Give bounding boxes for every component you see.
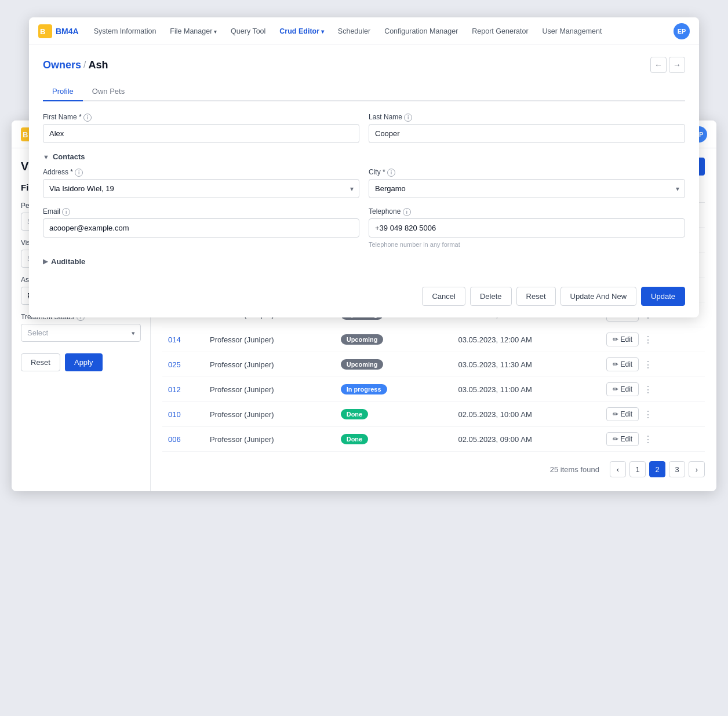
contacts-section-header[interactable]: ▼ Contacts <box>43 152 685 161</box>
email-label: Email i <box>43 207 359 216</box>
pagination-next-button[interactable]: › <box>689 461 705 477</box>
contacts-chevron-icon: ▼ <box>43 154 49 160</box>
status-badge: Upcoming <box>341 359 384 370</box>
more-options-button[interactable]: ⋮ <box>641 333 655 346</box>
status-badge: In progress <box>341 384 387 394</box>
visit-id-link[interactable]: 025 <box>168 360 181 369</box>
first-name-label: First Name * i <box>43 113 359 122</box>
breadcrumb-separator: / <box>83 60 86 70</box>
email-info-icon: i <box>62 208 70 216</box>
cell-actions: ✏ Edit ⋮ <box>600 377 705 402</box>
last-name-group: Last Name i <box>369 113 685 143</box>
more-options-button[interactable]: ⋮ <box>641 407 655 421</box>
cell-status: In progress <box>335 377 453 402</box>
cell-actions: ✏ Edit ⋮ <box>600 402 705 427</box>
pagination-page-1[interactable]: 1 <box>629 461 646 477</box>
tab-profile[interactable]: Profile <box>43 82 83 101</box>
action-cell: ✏ Edit ⋮ <box>606 357 699 371</box>
more-options-button[interactable]: ⋮ <box>641 382 655 396</box>
filter-actions: Reset Apply <box>21 353 141 371</box>
status-badge: Upcoming <box>341 334 384 345</box>
update-and-new-button[interactable]: Update And New <box>560 287 637 306</box>
action-cell: ✏ Edit ⋮ <box>606 382 699 396</box>
delete-button[interactable]: Delete <box>470 287 512 306</box>
visit-id-link[interactable]: 006 <box>168 435 181 444</box>
nav-crud-editor[interactable]: Crud Editor <box>274 25 330 38</box>
breadcrumb-owners-link[interactable]: Owners <box>43 59 81 71</box>
pagination-page-3[interactable]: 3 <box>669 461 685 477</box>
telephone-input[interactable] <box>369 218 685 238</box>
reset-button[interactable]: Reset <box>516 287 556 306</box>
contacts-section-label: Contacts <box>53 152 85 161</box>
cell-actions: ✏ Edit ⋮ <box>600 427 705 452</box>
first-name-info-icon: i <box>83 114 92 122</box>
cell-status: Upcoming <box>335 327 453 352</box>
profile-tabs: Profile Own Pets <box>43 82 685 101</box>
cell-assigned: Professor (Juniper) <box>204 402 335 427</box>
edit-button[interactable]: ✏ Edit <box>606 333 639 346</box>
pagination-page-2[interactable]: 2 <box>649 461 665 477</box>
visit-id-link[interactable]: 014 <box>168 335 181 344</box>
edit-button[interactable]: ✏ Edit <box>606 382 639 396</box>
breadcrumb-next-button[interactable]: → <box>669 57 685 73</box>
visit-id-link[interactable]: 012 <box>168 385 181 394</box>
more-options-button[interactable]: ⋮ <box>641 357 655 371</box>
edit-button[interactable]: ✏ Edit <box>606 407 639 421</box>
auditable-section-header[interactable]: ▶ Auditable <box>43 257 685 266</box>
address-select[interactable]: Via Isidoro Wiel, 19 <box>43 179 359 198</box>
brand-logo[interactable]: B BM4A <box>38 24 79 38</box>
cell-visit-start: 03.05.2023, 11:00 AM <box>453 377 601 402</box>
table-row: 014 Professor (Juniper) Upcoming 03.05.2… <box>162 327 705 352</box>
nav-config-manager[interactable]: Configuration Manager <box>378 25 464 38</box>
treatment-status-filter-select[interactable]: Select <box>21 324 141 342</box>
city-select[interactable]: Bergamo <box>369 179 685 198</box>
more-options-button[interactable]: ⋮ <box>641 432 655 446</box>
cell-id: 025 <box>162 352 204 377</box>
cancel-button[interactable]: Cancel <box>422 287 465 306</box>
owners-window: B BM4A System Information File Manager Q… <box>29 17 699 317</box>
nav-scheduler[interactable]: Scheduler <box>332 25 376 38</box>
cell-assigned: Professor (Juniper) <box>204 427 335 452</box>
email-group: Email i <box>43 207 359 248</box>
email-input[interactable] <box>43 218 359 238</box>
treatment-status-select-wrapper: Select <box>21 324 141 342</box>
update-button[interactable]: Update <box>641 287 685 306</box>
user-avatar[interactable]: EP <box>674 23 690 39</box>
nav-user-management[interactable]: User Management <box>537 25 608 38</box>
edit-button[interactable]: ✏ Edit <box>606 357 639 371</box>
nav-system-info[interactable]: System Information <box>88 25 162 38</box>
edit-button[interactable]: ✏ Edit <box>606 432 639 446</box>
pagination: 25 items found ‹ 1 2 3 › <box>162 452 705 482</box>
status-badge: Done <box>341 409 369 419</box>
cell-actions: ✏ Edit ⋮ <box>600 327 705 352</box>
cell-actions: ✏ Edit ⋮ <box>600 352 705 377</box>
nav-file-manager[interactable]: File Manager <box>164 25 223 38</box>
cell-visit-start: 03.05.2023, 12:00 AM <box>453 327 601 352</box>
nav-report-generator[interactable]: Report Generator <box>466 25 534 38</box>
nav-query-tool[interactable]: Query Tool <box>225 25 271 38</box>
cell-visit-start: 02.05.2023, 10:00 AM <box>453 402 601 427</box>
action-cell: ✏ Edit ⋮ <box>606 333 699 346</box>
pagination-prev-button[interactable]: ‹ <box>610 461 626 477</box>
visit-id-link[interactable]: 010 <box>168 410 181 419</box>
last-name-info-icon: i <box>404 114 412 122</box>
table-row: 012 Professor (Juniper) In progress 03.0… <box>162 377 705 402</box>
breadcrumb: Owners / Ash ← → <box>43 57 685 73</box>
filters-apply-button[interactable]: Apply <box>65 353 103 371</box>
cell-id: 006 <box>162 427 204 452</box>
action-bar: Cancel Delete Reset Update And New Updat… <box>43 277 685 306</box>
city-group: City * i Bergamo <box>369 168 685 198</box>
breadcrumb-prev-button[interactable]: ← <box>650 57 667 73</box>
first-name-group: First Name * i <box>43 113 359 143</box>
tab-own-pets[interactable]: Own Pets <box>83 82 134 101</box>
first-name-input[interactable] <box>43 124 359 143</box>
cell-visit-start: 03.05.2023, 11:30 AM <box>453 352 601 377</box>
cell-id: 014 <box>162 327 204 352</box>
telephone-group: Telephone i Telephone number in any form… <box>369 207 685 248</box>
address-label: Address * i <box>43 168 359 177</box>
city-select-wrapper: Bergamo <box>369 179 685 198</box>
filters-reset-button[interactable]: Reset <box>21 353 60 371</box>
table-row: 025 Professor (Juniper) Upcoming 03.05.2… <box>162 352 705 377</box>
cell-status: Done <box>335 427 453 452</box>
last-name-input[interactable] <box>369 124 685 143</box>
